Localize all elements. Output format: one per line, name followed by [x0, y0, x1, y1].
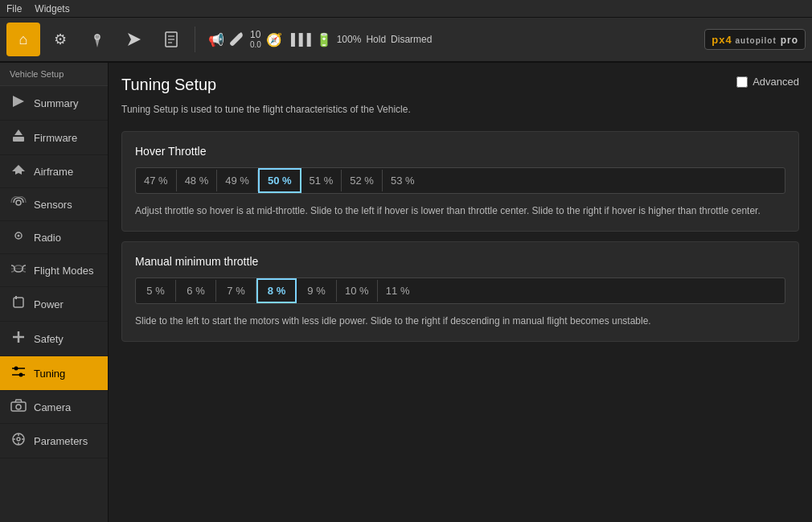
svg-point-17 — [14, 367, 18, 371]
svg-marker-6 — [13, 96, 24, 107]
parameters-label: Parameters — [34, 435, 88, 447]
slider-cell-6[interactable]: 6 % — [176, 280, 216, 302]
battery-percent: 100% — [337, 34, 362, 45]
radio-label: Radio — [34, 232, 61, 244]
tuning-icon — [10, 364, 27, 382]
toolbar: ⌂ ⚙ 📢 10 0.0 🧭 ▐▐▐ 🔋 — [0, 18, 812, 63]
megaphone-icon: 📢 — [208, 32, 224, 47]
sidebar: Vehicle Setup Summary Firmware — [0, 63, 109, 522]
manual-min-throttle-section: Manual minimum throttle 5 % 6 % 7 % 8 % … — [121, 241, 799, 342]
safety-label: Safety — [34, 333, 64, 345]
camera-icon — [10, 399, 27, 415]
slider-cell-50[interactable]: 50 % — [258, 168, 301, 193]
sidebar-item-power[interactable]: Power — [0, 287, 108, 322]
sidebar-item-firmware[interactable]: Firmware — [0, 121, 108, 155]
safety-icon — [10, 330, 27, 347]
nav-icon: 🧭 — [266, 32, 282, 47]
sidebar-item-flight-modes[interactable]: Flight Modes — [0, 254, 108, 287]
slider-cell-10[interactable]: 10 % — [337, 280, 378, 302]
sidebar-item-parameters[interactable]: Parameters — [0, 424, 108, 458]
content-subtitle: Tuning Setup is used to tune the flight … — [121, 104, 799, 115]
firmware-icon — [10, 129, 27, 146]
hover-throttle-slider[interactable]: 47 % 48 % 49 % 50 % 51 % 52 % 53 % — [135, 167, 785, 194]
slider-cell-8[interactable]: 8 % — [256, 278, 297, 303]
content-area: Tuning Setup Advanced Tuning Setup is us… — [109, 63, 812, 522]
content-header: Tuning Setup Advanced — [121, 76, 799, 94]
svg-point-23 — [17, 438, 20, 441]
advanced-label: Advanced — [753, 76, 799, 88]
slider-cell-48[interactable]: 48 % — [177, 170, 218, 191]
slider-cell-47[interactable]: 47 % — [136, 170, 177, 191]
manual-min-throttle-title: Manual minimum throttle — [135, 255, 785, 268]
slider-cell-52[interactable]: 52 % — [342, 170, 383, 191]
hover-throttle-description: Adjust throttle so hover is at mid-throt… — [135, 203, 785, 218]
flight-modes-icon — [10, 262, 27, 278]
settings-icon[interactable]: ⚙ — [43, 23, 77, 56]
sidebar-item-summary[interactable]: Summary — [0, 86, 108, 121]
svg-rect-7 — [13, 137, 24, 142]
menu-file[interactable]: File — [6, 3, 22, 14]
sidebar-item-airframe[interactable]: Airframe — [0, 155, 108, 188]
menu-widgets[interactable]: Widgets — [35, 3, 69, 14]
sidebar-header: Vehicle Setup — [0, 63, 108, 86]
main-layout: Vehicle Setup Summary Firmware — [0, 63, 812, 522]
slider-cell-7[interactable]: 7 % — [216, 280, 256, 302]
document-icon[interactable] — [154, 23, 188, 56]
sidebar-item-sensors[interactable]: Sensors — [0, 188, 108, 221]
waypoint-icon[interactable] — [80, 23, 114, 56]
flight-modes-label: Flight Modes — [34, 265, 93, 277]
home-icon[interactable]: ⌂ — [6, 23, 40, 56]
svg-point-21 — [16, 405, 21, 409]
wrench-icon — [229, 31, 245, 49]
wrench-count: 10 0.0 — [250, 30, 261, 48]
summary-label: Summary — [34, 97, 79, 109]
slider-cell-51[interactable]: 51 % — [301, 170, 342, 191]
advanced-checkbox-input[interactable] — [736, 76, 748, 88]
page-title: Tuning Setup — [121, 76, 216, 94]
divider-1 — [195, 27, 195, 52]
sidebar-item-radio[interactable]: Radio — [0, 221, 108, 254]
parameters-icon — [10, 432, 27, 450]
sidebar-item-camera[interactable]: Camera — [0, 391, 108, 424]
toolbar-right: px4 autopilot pro — [704, 29, 806, 50]
slider-cell-9[interactable]: 9 % — [297, 280, 337, 302]
hold-status: Hold — [366, 34, 386, 45]
radio-icon — [10, 229, 27, 245]
sensors-icon — [10, 196, 27, 212]
airframe-label: Airframe — [34, 166, 73, 178]
svg-marker-1 — [128, 33, 141, 46]
summary-icon — [10, 94, 27, 112]
firmware-label: Firmware — [34, 132, 77, 144]
slider-cell-49[interactable]: 49 % — [217, 170, 258, 191]
hover-throttle-title: Hover Throttle — [135, 145, 785, 158]
send-icon[interactable] — [117, 23, 151, 56]
svg-point-11 — [18, 235, 20, 237]
power-icon — [10, 295, 27, 313]
power-label: Power — [34, 298, 64, 310]
slider-cell-53[interactable]: 53 % — [383, 170, 423, 191]
slider-cell-5[interactable]: 5 % — [136, 280, 176, 302]
status-group: 📢 10 0.0 🧭 ▐▐▐ 🔋 100% Hold Disarmed — [202, 30, 438, 48]
slider-cell-11[interactable]: 11 % — [378, 280, 418, 302]
svg-point-9 — [16, 200, 21, 205]
menu-bar: File Widgets — [0, 0, 812, 18]
manual-throttle-slider[interactable]: 5 % 6 % 7 % 8 % 9 % 10 % 11 % — [135, 277, 785, 304]
svg-rect-12 — [14, 298, 23, 307]
svg-marker-8 — [14, 129, 23, 135]
advanced-checkbox-label[interactable]: Advanced — [736, 76, 799, 88]
sidebar-item-tuning[interactable]: Tuning — [0, 356, 108, 391]
sidebar-item-safety[interactable]: Safety — [0, 322, 108, 356]
tuning-label: Tuning — [34, 368, 65, 380]
bars-icon: ▐▐▐ — [287, 33, 311, 46]
armed-status: Disarmed — [391, 34, 432, 45]
manual-min-throttle-description: Slide to the left to start the motors wi… — [135, 314, 785, 328]
camera-label: Camera — [34, 401, 71, 413]
px4-logo: px4 autopilot pro — [704, 29, 806, 50]
sensors-label: Sensors — [34, 199, 72, 211]
svg-point-19 — [19, 373, 23, 377]
battery-icon: 🔋 — [316, 32, 332, 47]
hover-throttle-section: Hover Throttle 47 % 48 % 49 % 50 % 51 % … — [121, 131, 799, 232]
airframe-icon — [10, 163, 27, 179]
